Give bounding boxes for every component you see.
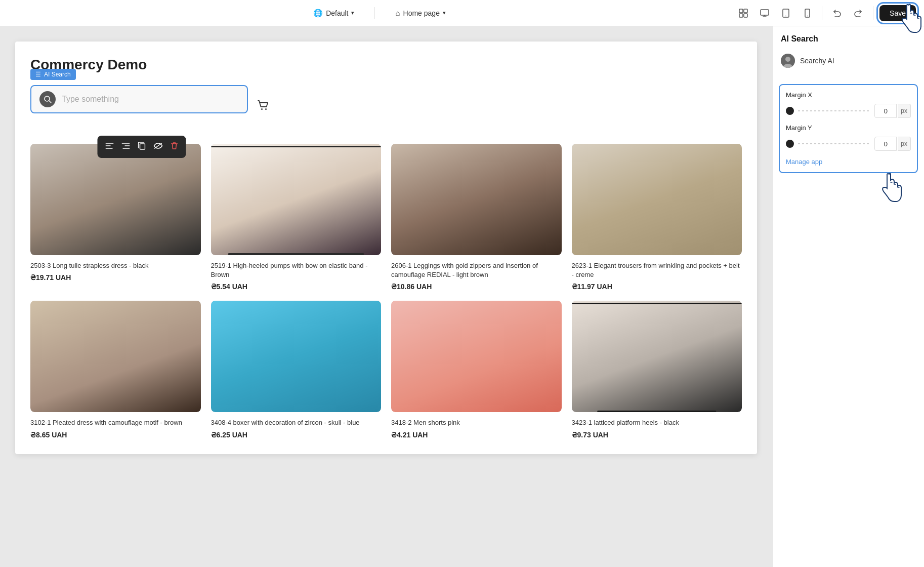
page-selector[interactable]: ⌂ Home page ▾ <box>391 7 449 19</box>
chevron-down-icon: ▾ <box>351 10 354 16</box>
align-left-icon[interactable] <box>104 140 116 153</box>
product-price: ₴5.54 UAH <box>211 282 382 291</box>
searchy-row: Searchy AI <box>781 50 916 72</box>
product-name: 3423-1 latticed platform heels - black <box>572 418 742 427</box>
undo-button[interactable] <box>828 5 846 22</box>
ai-badge-icon: ☰ <box>35 71 41 78</box>
product-image <box>391 144 562 255</box>
search-placeholder[interactable]: Type something <box>62 95 119 104</box>
product-image <box>30 301 201 412</box>
product-price: ₴11.97 UAH <box>572 282 742 291</box>
manage-app-link[interactable]: Manage app <box>786 158 822 166</box>
mobile-view-button[interactable] <box>799 5 816 22</box>
product-name: 2623-1 Elegant trousers from wrinkling a… <box>572 261 742 279</box>
svg-point-24 <box>785 57 790 62</box>
visibility-icon[interactable] <box>152 140 165 153</box>
language-selector[interactable]: 🌐 Default ▾ <box>309 7 358 20</box>
svg-point-8 <box>807 15 808 16</box>
right-panel: AI Search Searchy AI Margin X px Ma <box>772 26 924 567</box>
copy-icon[interactable] <box>136 140 148 154</box>
product-card[interactable]: 3423-1 latticed platform heels - black ₴… <box>572 301 742 438</box>
topbar-divider <box>374 7 375 19</box>
margin-y-dot <box>786 140 794 148</box>
svg-point-6 <box>785 15 786 16</box>
margin-x-label: Margin X <box>786 91 911 99</box>
product-image <box>211 301 382 412</box>
product-price: ₴10.86 UAH <box>391 282 562 291</box>
canvas-area[interactable]: Commercy Demo ☰ AI Search Type something <box>0 26 772 567</box>
margin-x-row: px <box>786 104 911 118</box>
topbar-right: Save <box>735 5 916 22</box>
ai-badge-label: AI Search <box>44 71 71 78</box>
search-row: ☰ AI Search Type something <box>30 85 742 129</box>
margin-x-dot <box>786 107 794 115</box>
searchy-name: Searchy AI <box>800 57 834 65</box>
product-card[interactable]: 3418-2 Men shorts pink ₴4.21 UAH <box>391 301 562 438</box>
cart-icon <box>256 99 270 113</box>
margin-y-input-group: px <box>874 137 911 151</box>
save-button[interactable]: Save <box>879 5 916 21</box>
product-card[interactable]: 3408-4 boxer with decoration of zircon -… <box>211 301 382 438</box>
delete-icon[interactable] <box>169 140 180 154</box>
topbar-separator2 <box>873 6 873 20</box>
product-price: ₴19.71 UAH <box>30 273 201 281</box>
margin-x-slider[interactable] <box>798 110 870 111</box>
product-card[interactable]: 2606-1 Leggings with gold zippers and in… <box>391 144 562 291</box>
margin-y-slider[interactable] <box>798 143 870 144</box>
select-tool-button[interactable] <box>735 5 752 22</box>
svg-rect-3 <box>744 14 747 17</box>
cursor-hand-margin <box>874 169 904 210</box>
product-image <box>572 301 742 412</box>
margin-y-input[interactable] <box>874 137 897 151</box>
page-frame: Commercy Demo ☰ AI Search Type something <box>15 42 757 454</box>
home-icon: ⌂ <box>395 9 400 17</box>
margin-x-input-group: px <box>874 104 911 118</box>
margin-y-label: Margin Y <box>786 124 911 132</box>
svg-rect-0 <box>739 9 743 13</box>
product-name: 2519-1 High-heeled pumps with bow on ela… <box>211 261 382 279</box>
product-price: ₴8.65 UAH <box>30 431 201 439</box>
product-name: 2606-1 Leggings with gold zippers and in… <box>391 261 562 279</box>
product-image <box>391 301 562 412</box>
svg-point-14 <box>265 108 267 110</box>
margin-x-input[interactable] <box>874 104 897 118</box>
tablet-view-button[interactable] <box>777 5 794 22</box>
product-card[interactable]: 3102-1 Pleated dress with camouflage mot… <box>30 301 201 438</box>
panel-header-section: AI Search Searchy AI <box>773 26 924 84</box>
language-label: Default <box>326 9 348 17</box>
margin-x-unit: px <box>898 104 911 118</box>
globe-icon: 🌐 <box>313 9 323 18</box>
svg-point-13 <box>261 108 263 110</box>
align-right-icon[interactable] <box>120 140 132 153</box>
topbar-separator <box>822 6 822 20</box>
product-price: ₴9.73 UAH <box>572 431 742 439</box>
desktop-view-button[interactable] <box>756 5 773 22</box>
ai-search-bar[interactable]: Type something <box>30 85 248 113</box>
floating-toolbar <box>98 136 186 158</box>
main-layout: Commercy Demo ☰ AI Search Type something <box>0 26 924 567</box>
search-logo-icon <box>39 91 56 107</box>
product-name: 3408-4 boxer with decoration of zircon -… <box>211 418 382 427</box>
product-image <box>30 144 201 255</box>
svg-rect-1 <box>744 9 747 13</box>
panel-title: AI Search <box>781 34 916 44</box>
searchy-avatar <box>781 54 795 68</box>
product-name: 3102-1 Pleated dress with camouflage mot… <box>30 418 201 427</box>
redo-button[interactable] <box>850 5 867 22</box>
chevron-down-icon-page: ▾ <box>443 10 446 16</box>
product-price: ₴4.21 UAH <box>391 431 562 439</box>
ai-search-badge: ☰ AI Search <box>30 69 76 80</box>
product-card[interactable]: 2623-1 Elegant trousers from wrinkling a… <box>572 144 742 291</box>
svg-rect-21 <box>140 144 145 149</box>
product-card[interactable]: 2503-3 Long tulle strapless dress - blac… <box>30 144 201 291</box>
product-price: ₴6.25 UAH <box>211 431 382 439</box>
cursor-hand-margin-wrapper <box>874 169 924 212</box>
product-image <box>211 144 382 255</box>
page-label: Home page <box>403 9 440 17</box>
product-image <box>572 144 742 255</box>
cart-icon-wrapper[interactable] <box>256 99 270 115</box>
product-card[interactable]: 2519-1 High-heeled pumps with bow on ela… <box>211 144 382 291</box>
store-title: Commercy Demo <box>30 57 742 73</box>
ai-search-wrapper: ☰ AI Search Type something <box>30 85 248 113</box>
margin-y-row: px <box>786 137 911 151</box>
